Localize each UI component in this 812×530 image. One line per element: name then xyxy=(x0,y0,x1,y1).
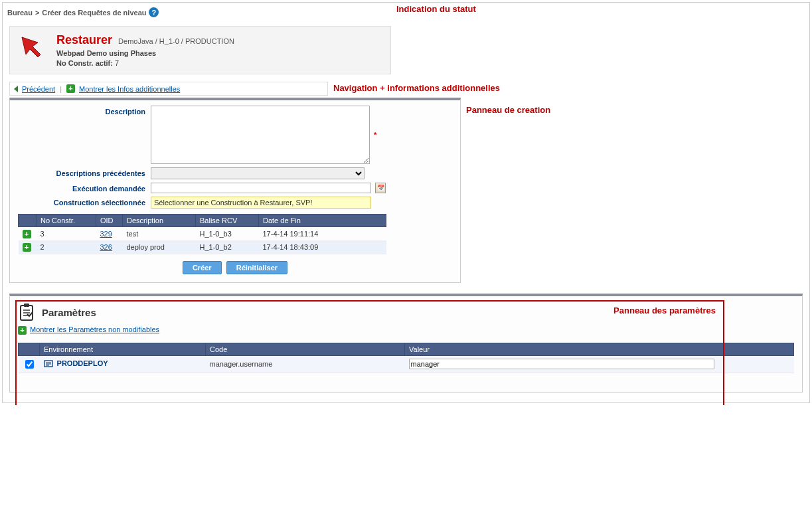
back-arrow-icon xyxy=(14,86,18,92)
add-row-icon[interactable]: + xyxy=(23,243,31,252)
restore-arrow-icon xyxy=(18,33,44,60)
th-no: No Constr. xyxy=(37,215,96,227)
cell-oid-link[interactable]: 326 xyxy=(100,243,112,251)
th-oid: OID xyxy=(96,215,123,227)
table-row: + 3 329 test H_1-0_b3 17-4-14 19:11:14 xyxy=(19,227,386,241)
table-row: + 2 326 deploy prod H_1-0_b2 17-4-14 18:… xyxy=(19,240,386,254)
nav-bar: Précédent | + Montrer les Infos addition… xyxy=(9,82,328,96)
pth-code: Code xyxy=(206,343,405,355)
cell-end: 17-4-14 18:43:09 xyxy=(259,240,386,254)
param-code: manager.username xyxy=(206,355,405,373)
add-row-icon[interactable]: + xyxy=(23,230,31,238)
description-textarea[interactable] xyxy=(151,106,370,164)
exec-input[interactable] xyxy=(151,183,371,193)
label-sel-constr: Construction sélectionnée xyxy=(18,197,151,207)
create-button[interactable]: Créer xyxy=(183,261,222,274)
breadcrumb-sep: > xyxy=(35,9,39,17)
th-add xyxy=(19,215,37,227)
help-icon[interactable]: ? xyxy=(149,7,159,17)
back-link[interactable]: Précédent xyxy=(22,85,55,93)
th-end: Date de Fin xyxy=(259,215,386,227)
params-panel: Panneau des paramètres Paramètres + Mont… xyxy=(9,294,803,393)
cell-desc: deploy prod xyxy=(123,240,196,254)
cell-end: 17-4-14 19:11:14 xyxy=(259,227,386,241)
svg-rect-2 xyxy=(24,304,29,307)
constructions-table: No Constr. OID Description Balise RCV Da… xyxy=(18,214,386,254)
status-path: DemoJava / H_1-0 / PRODUCTION xyxy=(118,37,234,45)
show-additional-info-link[interactable]: Montrer les Infos additionnelles xyxy=(79,85,180,93)
annotation-nav: Navigation + informations additionnelles xyxy=(328,83,500,93)
breadcrumb-part2: Créer des Requêtes de niveau xyxy=(42,9,146,17)
params-title: Paramètres xyxy=(42,307,96,318)
status-constr-label: No Constr. actif: xyxy=(56,59,113,67)
params-table: Environnement Code Valeur PRODDEPLOY man… xyxy=(18,343,794,373)
reset-button[interactable]: Réinitialiser xyxy=(226,261,287,274)
show-readonly-params-link[interactable]: Montrer les Paramètres non modifiables xyxy=(30,325,159,333)
annotation-status: Indication du statut xyxy=(391,4,476,14)
pth-value: Valeur xyxy=(405,343,794,355)
param-env: PRODDEPLOY xyxy=(57,359,108,367)
status-constr-value: 7 xyxy=(115,59,119,67)
th-tag: Balise RCV xyxy=(196,215,259,227)
pth-env: Environnement xyxy=(40,343,206,355)
cell-no: 3 xyxy=(37,227,96,241)
status-title: Restaurer xyxy=(56,33,112,46)
annotation-creation: Panneau de creation xyxy=(461,105,550,115)
clipboard-icon xyxy=(18,303,35,321)
calendar-icon[interactable]: 📅 xyxy=(375,183,386,193)
expand-plus-icon: + xyxy=(66,84,75,93)
params-row: PRODDEPLOY manager.username xyxy=(19,355,794,373)
cell-oid-link[interactable]: 329 xyxy=(100,230,112,238)
label-description: Description xyxy=(18,106,151,116)
nav-separator: | xyxy=(60,85,62,93)
cell-tag: H_1-0_b3 xyxy=(196,227,259,241)
th-desc: Description xyxy=(123,215,196,227)
creation-panel: Description * Descriptions précédentes E… xyxy=(9,98,461,283)
status-subtitle: Webpad Demo using Phases xyxy=(56,49,156,57)
page-frame: Bureau > Créer des Requêtes de niveau ? … xyxy=(2,2,810,403)
label-exec: Exécution demandée xyxy=(18,183,151,193)
status-panel: Restaurer DemoJava / H_1-0 / PRODUCTION … xyxy=(9,26,391,74)
cell-no: 2 xyxy=(37,240,96,254)
label-prev-desc: Descriptions précédentes xyxy=(18,167,151,177)
env-icon xyxy=(44,359,53,369)
cell-tag: H_1-0_b2 xyxy=(196,240,259,254)
sel-constr-warning: Sélectionner une Construction à Restaure… xyxy=(151,197,371,209)
param-row-checkbox[interactable] xyxy=(25,360,34,369)
breadcrumb-part1: Bureau xyxy=(7,9,33,17)
param-value-input[interactable] xyxy=(409,359,714,369)
svg-marker-0 xyxy=(22,37,41,57)
pth-check xyxy=(19,343,40,355)
expand-plus-icon: + xyxy=(18,326,27,335)
required-marker: * xyxy=(374,131,376,139)
annotation-params: Panneau des paramètres xyxy=(613,306,716,315)
cell-desc: test xyxy=(123,227,196,241)
prev-desc-select[interactable] xyxy=(151,167,365,179)
